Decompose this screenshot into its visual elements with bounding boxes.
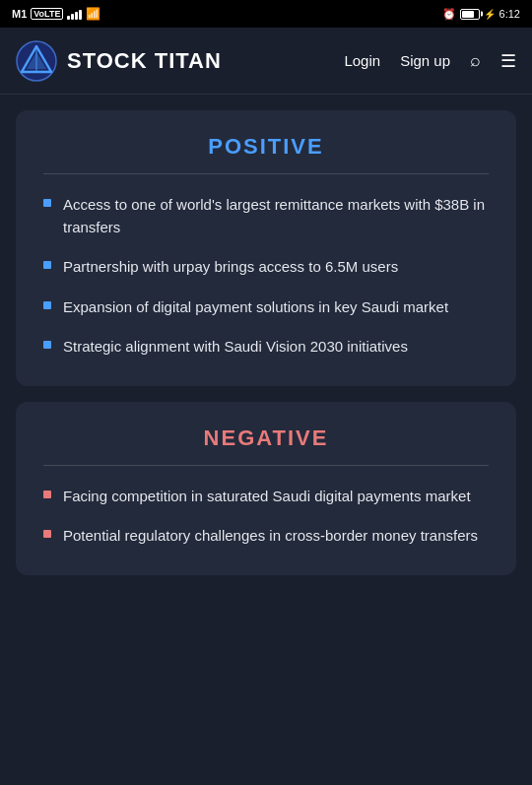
signal-bar-4 (79, 10, 82, 20)
charging-icon: ⚡ (484, 9, 496, 20)
positive-title: Positive (43, 134, 489, 160)
menu-icon[interactable]: ☰ (500, 50, 516, 72)
list-item: Facing competition in saturated Saudi di… (43, 486, 489, 508)
bullet-square-negative (43, 491, 51, 498)
logo-text: STOCK TITAN (67, 48, 222, 74)
negative-title: Negative (43, 425, 489, 451)
battery-container (460, 9, 480, 20)
status-bar: M1 VoLTE 📶 ⏰ ⚡ 6:12 (0, 0, 532, 28)
status-bar-left: M1 VoLTE 📶 (12, 7, 100, 21)
positive-divider (43, 173, 489, 174)
bullet-square-positive (43, 341, 51, 349)
navbar: STOCK TITAN Login Sign up ⌕ ☰ (0, 28, 532, 95)
negative-divider (43, 465, 489, 466)
bullet-text: Facing competition in saturated Saudi di… (63, 486, 471, 508)
logo-icon (16, 40, 57, 82)
search-icon[interactable]: ⌕ (470, 50, 481, 71)
bullet-text: Expansion of digital payment solutions i… (63, 296, 448, 319)
volte-badge: VoLTE (31, 8, 63, 20)
signal-bar-1 (67, 16, 70, 20)
signal-bar-3 (75, 12, 78, 20)
bullet-square-negative (43, 530, 51, 538)
login-link[interactable]: Login (344, 52, 380, 69)
battery-fill (462, 11, 474, 18)
bullet-square-positive (43, 301, 51, 309)
alarm-icon: ⏰ (442, 8, 456, 21)
carrier-label: M1 (12, 8, 27, 20)
list-item: Potential regulatory challenges in cross… (43, 525, 489, 548)
negative-card: Negative Facing competition in saturated… (16, 402, 516, 575)
bullet-square-positive (43, 261, 51, 269)
nav-links: Login Sign up ⌕ ☰ (344, 50, 516, 72)
signup-link[interactable]: Sign up (400, 52, 450, 69)
bullet-square-positive (43, 199, 51, 207)
bullet-text: Access to one of world's largest remitta… (63, 194, 489, 238)
positive-list: Access to one of world's largest remitta… (43, 194, 489, 359)
signal-bars (67, 8, 82, 20)
list-item: Strategic alignment with Saudi Vision 20… (43, 336, 489, 359)
list-item: Partnership with urpay brings access to … (43, 256, 489, 279)
main-content: Positive Access to one of world's larges… (0, 95, 532, 591)
bullet-text: Strategic alignment with Saudi Vision 20… (63, 336, 408, 359)
status-bar-right: ⏰ ⚡ 6:12 (442, 8, 520, 21)
bullet-text: Partnership with urpay brings access to … (63, 256, 398, 279)
list-item: Access to one of world's largest remitta… (43, 194, 489, 238)
negative-list: Facing competition in saturated Saudi di… (43, 486, 489, 548)
time-display: 6:12 (499, 8, 520, 20)
battery-icon (460, 9, 480, 20)
positive-card: Positive Access to one of world's larges… (16, 110, 516, 386)
bullet-text: Potential regulatory challenges in cross… (63, 525, 478, 548)
signal-bar-2 (71, 14, 74, 20)
wifi-icon: 📶 (86, 7, 100, 21)
logo-container: STOCK TITAN (16, 40, 344, 82)
list-item: Expansion of digital payment solutions i… (43, 296, 489, 319)
